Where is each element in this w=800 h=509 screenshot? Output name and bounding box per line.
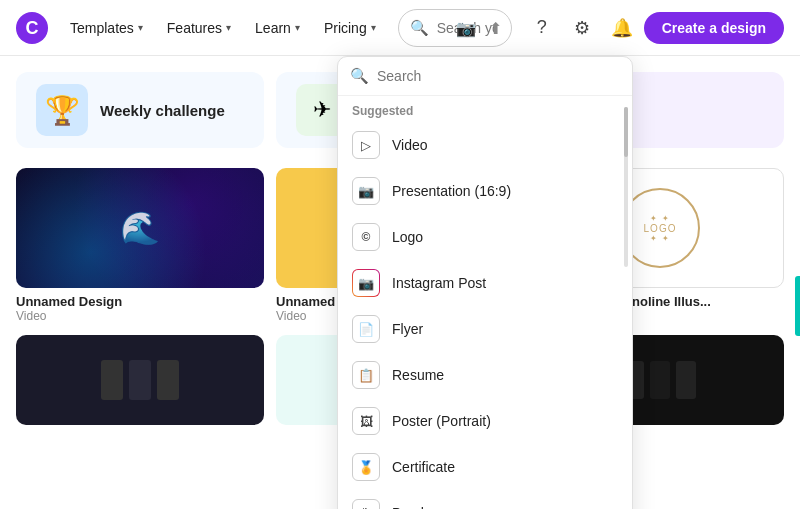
svg-text:C: C	[26, 18, 39, 38]
create-design-button[interactable]: Create a design	[644, 12, 784, 44]
scroll-thumb[interactable]	[624, 107, 628, 157]
chevron-down-icon: ▾	[138, 22, 143, 33]
dropdown-item-poster[interactable]: 🖼 Poster (Portrait)	[338, 398, 632, 444]
dropdown-search-wrap: 🔍	[338, 57, 632, 96]
dropdown-item-logo[interactable]: © Logo	[338, 214, 632, 260]
dropdown-search-input[interactable]	[377, 68, 620, 84]
dropdown-section-label: Suggested	[338, 96, 632, 122]
nav-item-templates[interactable]: Templates ▾	[60, 14, 153, 42]
nav-icons: ? ⚙ 🔔	[524, 10, 640, 46]
dropdown-item-instagram[interactable]: 📷 Instagram Post	[338, 260, 632, 306]
dropdown-item-brochure[interactable]: 🗺 Brochure	[338, 490, 632, 509]
camera-icon[interactable]: 📷	[456, 18, 476, 37]
design-card-1[interactable]: 🌊 Unnamed Design Video	[16, 168, 264, 323]
dropdown-item-certificate[interactable]: 🏅 Certificate	[338, 444, 632, 490]
chevron-down-icon: ▾	[226, 22, 231, 33]
dropdown-label-flyer: Flyer	[392, 321, 423, 337]
design-type-1: Video	[16, 309, 264, 323]
design-thumb-4	[16, 335, 264, 425]
weekly-challenge-icon: 🏆	[36, 84, 88, 136]
dropdown-label-instagram: Instagram Post	[392, 275, 486, 291]
dropdown-item-presentation[interactable]: 📷 Presentation (16:9)	[338, 168, 632, 214]
video-icon: ▷	[352, 131, 380, 159]
upload-icon[interactable]: ⬆	[489, 18, 502, 37]
dropdown-label-poster: Poster (Portrait)	[392, 413, 491, 429]
dropdown-item-resume[interactable]: 📋 Resume	[338, 352, 632, 398]
brochure-icon: 🗺	[352, 499, 380, 509]
dropdown-label-resume: Resume	[392, 367, 444, 383]
notifications-button[interactable]: 🔔	[604, 10, 640, 46]
chevron-down-icon: ▾	[295, 22, 300, 33]
design-thumb-1: 🌊	[16, 168, 264, 288]
search-icon: 🔍	[410, 19, 429, 37]
nav-item-pricing[interactable]: Pricing ▾	[314, 14, 386, 42]
dropdown-label-logo: Logo	[392, 229, 423, 245]
design-card-4[interactable]	[16, 335, 264, 431]
dropdown-item-flyer[interactable]: 📄 Flyer	[338, 306, 632, 352]
settings-button[interactable]: ⚙	[564, 10, 600, 46]
certificate-icon: 🏅	[352, 453, 380, 481]
nav-item-learn[interactable]: Learn ▾	[245, 14, 310, 42]
dropdown-label-presentation: Presentation (16:9)	[392, 183, 511, 199]
dropdown-item-video[interactable]: ▷ Video	[338, 122, 632, 168]
search-bar: 🔍 📷 ⬆	[398, 9, 512, 47]
flyer-icon: 📄	[352, 315, 380, 343]
dropdown-label-brochure: Brochure	[392, 505, 449, 509]
presentation-icon: 📷	[352, 177, 380, 205]
resume-icon: 📋	[352, 361, 380, 389]
chevron-down-icon: ▾	[371, 22, 376, 33]
instagram-icon: 📷	[352, 269, 380, 297]
nav-item-features[interactable]: Features ▾	[157, 14, 241, 42]
dropdown-label-certificate: Certificate	[392, 459, 455, 475]
help-button[interactable]: ?	[524, 10, 560, 46]
canva-logo[interactable]: C	[16, 12, 48, 44]
search-dropdown-panel: 🔍 Suggested ▷ Video 📷 Presentation (16:9…	[337, 56, 633, 509]
design-name-1: Unnamed Design	[16, 294, 264, 309]
navbar: C Templates ▾ Features ▾ Learn ▾ Pricing…	[0, 0, 800, 56]
dropdown-label-video: Video	[392, 137, 428, 153]
logo-icon: ©	[352, 223, 380, 251]
scroll-track	[624, 107, 628, 267]
weekly-challenge-label: Weekly challenge	[100, 102, 225, 119]
quick-item-weekly-challenge[interactable]: 🏆 Weekly challenge	[16, 72, 264, 148]
dropdown-search-icon: 🔍	[350, 67, 369, 85]
poster-icon: 🖼	[352, 407, 380, 435]
